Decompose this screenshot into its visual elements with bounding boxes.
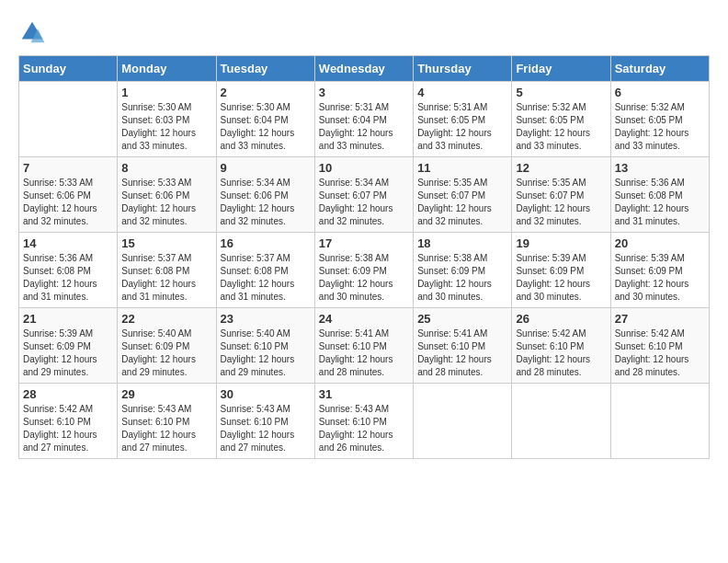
calendar-cell: 23Sunrise: 5:40 AMSunset: 6:10 PMDayligh…	[216, 308, 314, 384]
day-number: 11	[417, 161, 507, 175]
calendar-cell: 22Sunrise: 5:40 AMSunset: 6:09 PMDayligh…	[118, 308, 216, 384]
day-info: Sunrise: 5:35 AMSunset: 6:07 PMDaylight:…	[417, 177, 507, 228]
day-info: Sunrise: 5:40 AMSunset: 6:09 PMDaylight:…	[121, 327, 211, 379]
calendar-cell: 26Sunrise: 5:42 AMSunset: 6:10 PMDayligh…	[512, 308, 610, 384]
calendar-cell: 12Sunrise: 5:35 AMSunset: 6:07 PMDayligh…	[512, 157, 610, 233]
day-number: 7	[23, 161, 113, 175]
day-info: Sunrise: 5:31 AMSunset: 6:04 PMDaylight:…	[319, 101, 409, 153]
calendar-cell: 4Sunrise: 5:31 AMSunset: 6:05 PMDaylight…	[414, 82, 512, 157]
calendar-cell: 21Sunrise: 5:39 AMSunset: 6:09 PMDayligh…	[19, 308, 118, 384]
day-info: Sunrise: 5:36 AMSunset: 6:08 PMDaylight:…	[615, 177, 705, 228]
day-info: Sunrise: 5:33 AMSunset: 6:06 PMDaylight:…	[121, 177, 211, 228]
header-thursday: Thursday	[414, 56, 512, 82]
day-number: 26	[516, 312, 606, 326]
calendar-cell: 2Sunrise: 5:30 AMSunset: 6:04 PMDaylight…	[216, 82, 314, 157]
day-number: 28	[23, 387, 113, 401]
calendar-cell: 8Sunrise: 5:33 AMSunset: 6:06 PMDaylight…	[118, 157, 216, 233]
day-number: 4	[417, 86, 507, 99]
day-number: 22	[121, 312, 211, 326]
calendar-cell: 14Sunrise: 5:36 AMSunset: 6:08 PMDayligh…	[19, 233, 118, 308]
day-number: 5	[516, 86, 606, 99]
day-number: 10	[319, 161, 409, 175]
day-info: Sunrise: 5:43 AMSunset: 6:10 PMDaylight:…	[221, 403, 311, 454]
day-info: Sunrise: 5:36 AMSunset: 6:08 PMDaylight:…	[23, 252, 113, 304]
calendar-table: SundayMondayTuesdayWednesdayThursdayFrid…	[18, 55, 710, 459]
day-number: 30	[221, 387, 311, 401]
day-number: 13	[615, 161, 705, 175]
day-info: Sunrise: 5:39 AMSunset: 6:09 PMDaylight:…	[516, 252, 606, 304]
calendar-cell: 11Sunrise: 5:35 AMSunset: 6:07 PMDayligh…	[414, 157, 512, 233]
calendar-cell: 24Sunrise: 5:41 AMSunset: 6:10 PMDayligh…	[314, 308, 413, 384]
day-info: Sunrise: 5:32 AMSunset: 6:05 PMDaylight:…	[615, 101, 705, 153]
calendar-cell: 19Sunrise: 5:39 AMSunset: 6:09 PMDayligh…	[512, 233, 610, 308]
day-number: 8	[121, 161, 211, 175]
day-number: 21	[23, 312, 113, 326]
calendar-cell	[610, 384, 709, 459]
day-info: Sunrise: 5:37 AMSunset: 6:08 PMDaylight:…	[121, 252, 211, 304]
calendar-cell: 27Sunrise: 5:42 AMSunset: 6:10 PMDayligh…	[610, 308, 709, 384]
day-number: 27	[615, 312, 705, 326]
calendar-cell: 13Sunrise: 5:36 AMSunset: 6:08 PMDayligh…	[610, 157, 709, 233]
day-info: Sunrise: 5:30 AMSunset: 6:03 PMDaylight:…	[121, 101, 211, 153]
day-info: Sunrise: 5:34 AMSunset: 6:06 PMDaylight:…	[221, 177, 311, 228]
day-number: 18	[417, 236, 507, 250]
day-number: 25	[417, 312, 507, 326]
calendar-cell: 20Sunrise: 5:39 AMSunset: 6:09 PMDayligh…	[610, 233, 709, 308]
day-info: Sunrise: 5:30 AMSunset: 6:04 PMDaylight:…	[221, 101, 311, 153]
calendar-week-5: 28Sunrise: 5:42 AMSunset: 6:10 PMDayligh…	[19, 384, 710, 459]
header-tuesday: Tuesday	[216, 56, 314, 82]
day-info: Sunrise: 5:38 AMSunset: 6:09 PMDaylight:…	[319, 252, 409, 304]
logo-icon	[18, 18, 46, 46]
calendar-cell: 25Sunrise: 5:41 AMSunset: 6:10 PMDayligh…	[414, 308, 512, 384]
day-info: Sunrise: 5:40 AMSunset: 6:10 PMDaylight:…	[221, 327, 311, 379]
day-info: Sunrise: 5:37 AMSunset: 6:08 PMDaylight:…	[221, 252, 311, 304]
day-number: 17	[319, 236, 409, 250]
day-info: Sunrise: 5:39 AMSunset: 6:09 PMDaylight:…	[23, 327, 113, 379]
day-number: 20	[615, 236, 705, 250]
logo	[18, 18, 50, 46]
calendar-cell: 29Sunrise: 5:43 AMSunset: 6:10 PMDayligh…	[118, 384, 216, 459]
calendar-cell: 7Sunrise: 5:33 AMSunset: 6:06 PMDaylight…	[19, 157, 118, 233]
day-info: Sunrise: 5:32 AMSunset: 6:05 PMDaylight:…	[516, 101, 606, 153]
header-sunday: Sunday	[19, 56, 118, 82]
calendar-cell: 1Sunrise: 5:30 AMSunset: 6:03 PMDaylight…	[118, 82, 216, 157]
day-info: Sunrise: 5:43 AMSunset: 6:10 PMDaylight:…	[121, 403, 211, 454]
calendar-cell: 5Sunrise: 5:32 AMSunset: 6:05 PMDaylight…	[512, 82, 610, 157]
calendar-cell	[19, 82, 118, 157]
header-saturday: Saturday	[610, 56, 709, 82]
day-info: Sunrise: 5:35 AMSunset: 6:07 PMDaylight:…	[516, 177, 606, 228]
header	[18, 18, 710, 46]
day-number: 24	[319, 312, 409, 326]
calendar-week-3: 14Sunrise: 5:36 AMSunset: 6:08 PMDayligh…	[19, 233, 710, 308]
day-number: 6	[615, 86, 705, 99]
calendar-cell: 17Sunrise: 5:38 AMSunset: 6:09 PMDayligh…	[314, 233, 413, 308]
calendar-header-row: SundayMondayTuesdayWednesdayThursdayFrid…	[19, 56, 710, 82]
day-info: Sunrise: 5:31 AMSunset: 6:05 PMDaylight:…	[417, 101, 507, 153]
header-wednesday: Wednesday	[314, 56, 413, 82]
day-number: 12	[516, 161, 606, 175]
day-number: 1	[121, 86, 211, 99]
header-monday: Monday	[118, 56, 216, 82]
header-friday: Friday	[512, 56, 610, 82]
day-info: Sunrise: 5:42 AMSunset: 6:10 PMDaylight:…	[23, 403, 113, 454]
calendar-cell: 3Sunrise: 5:31 AMSunset: 6:04 PMDaylight…	[314, 82, 413, 157]
day-number: 14	[23, 236, 113, 250]
calendar-cell: 9Sunrise: 5:34 AMSunset: 6:06 PMDaylight…	[216, 157, 314, 233]
calendar-week-4: 21Sunrise: 5:39 AMSunset: 6:09 PMDayligh…	[19, 308, 710, 384]
day-info: Sunrise: 5:43 AMSunset: 6:10 PMDaylight:…	[319, 403, 409, 454]
day-info: Sunrise: 5:34 AMSunset: 6:07 PMDaylight:…	[319, 177, 409, 228]
calendar-cell: 16Sunrise: 5:37 AMSunset: 6:08 PMDayligh…	[216, 233, 314, 308]
calendar-cell: 30Sunrise: 5:43 AMSunset: 6:10 PMDayligh…	[216, 384, 314, 459]
day-info: Sunrise: 5:41 AMSunset: 6:10 PMDaylight:…	[319, 327, 409, 379]
calendar-cell	[512, 384, 610, 459]
day-info: Sunrise: 5:39 AMSunset: 6:09 PMDaylight:…	[615, 252, 705, 304]
calendar-cell: 18Sunrise: 5:38 AMSunset: 6:09 PMDayligh…	[414, 233, 512, 308]
day-number: 23	[221, 312, 311, 326]
day-number: 9	[221, 161, 311, 175]
calendar-cell: 31Sunrise: 5:43 AMSunset: 6:10 PMDayligh…	[314, 384, 413, 459]
day-info: Sunrise: 5:41 AMSunset: 6:10 PMDaylight:…	[417, 327, 507, 379]
calendar-cell: 6Sunrise: 5:32 AMSunset: 6:05 PMDaylight…	[610, 82, 709, 157]
calendar-cell: 28Sunrise: 5:42 AMSunset: 6:10 PMDayligh…	[19, 384, 118, 459]
day-number: 15	[121, 236, 211, 250]
calendar-cell: 10Sunrise: 5:34 AMSunset: 6:07 PMDayligh…	[314, 157, 413, 233]
